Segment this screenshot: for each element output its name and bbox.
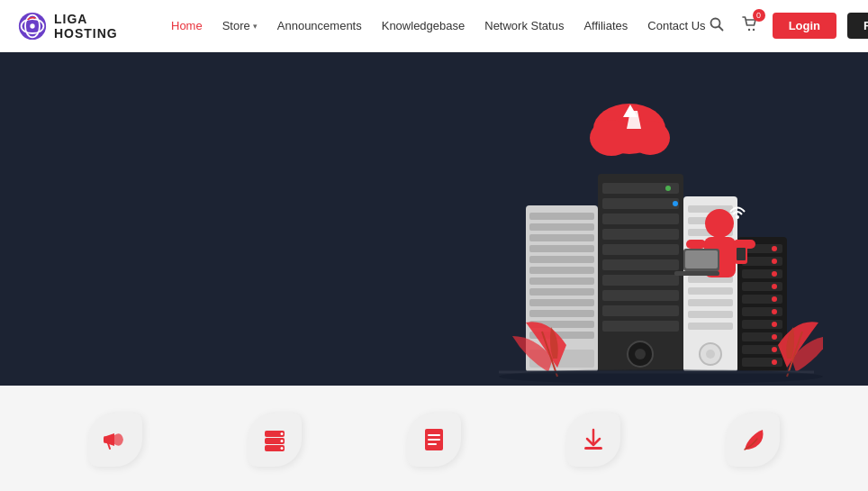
svg-rect-37 (602, 305, 679, 316)
svg-point-40 (673, 201, 678, 206)
svg-rect-17 (529, 234, 594, 241)
nav-knowledgebase[interactable]: Knowledgebase (382, 19, 466, 32)
svg-rect-23 (529, 299, 594, 306)
announcements-icon-wrap (88, 413, 142, 467)
cart-button[interactable]: 0 (738, 13, 762, 40)
download-icon-wrap (566, 413, 620, 467)
cart-badge: 0 (753, 9, 765, 22)
svg-rect-35 (602, 275, 679, 286)
svg-rect-34 (602, 259, 679, 270)
svg-rect-20 (529, 267, 594, 274)
nav-store[interactable]: Store ▾ (222, 19, 258, 32)
servers-icon-wrap (248, 413, 302, 467)
svg-point-69 (772, 309, 777, 314)
svg-rect-22 (529, 288, 594, 296)
svg-rect-31 (602, 214, 679, 224)
card-announcements (36, 413, 195, 467)
svg-rect-52 (688, 299, 733, 306)
svg-point-95 (281, 432, 284, 435)
login-button[interactable]: Login (773, 13, 836, 39)
leaf-icon (739, 426, 766, 453)
svg-point-91 (499, 369, 823, 384)
documents-icon-wrap (407, 413, 461, 467)
card-servers (195, 413, 355, 467)
svg-point-67 (772, 296, 777, 302)
svg-point-3 (30, 23, 34, 28)
svg-rect-33 (602, 244, 679, 255)
svg-point-59 (772, 246, 777, 251)
svg-point-99 (281, 447, 284, 450)
bottom-cards-section (0, 386, 868, 491)
svg-point-7 (752, 28, 754, 30)
card-download (513, 413, 673, 467)
svg-point-6 (747, 28, 749, 30)
register-button[interactable]: Register (847, 13, 868, 39)
svg-point-65 (772, 284, 777, 289)
document-icon (420, 426, 448, 453)
svg-rect-84 (674, 271, 719, 276)
search-button[interactable] (706, 14, 728, 39)
nav-home[interactable]: Home (171, 19, 203, 32)
server-stack-icon (261, 426, 288, 453)
svg-point-61 (772, 259, 777, 264)
svg-point-73 (772, 334, 777, 340)
svg-rect-19 (529, 256, 594, 263)
svg-rect-30 (602, 198, 679, 209)
hero-illustration (409, 79, 823, 386)
svg-rect-86 (737, 248, 746, 260)
hero-section (0, 52, 868, 386)
svg-rect-15 (529, 213, 594, 220)
svg-rect-36 (602, 290, 679, 301)
nav-announcements[interactable]: Announcements (277, 19, 362, 32)
navbar: Liga Hosting Home Store ▾ Announcements … (0, 0, 868, 52)
svg-point-97 (281, 440, 284, 442)
svg-rect-21 (529, 277, 594, 285)
svg-point-75 (772, 347, 777, 352)
download-icon (580, 426, 607, 453)
nav-contact-us[interactable]: Contact Us (647, 19, 705, 32)
svg-point-77 (772, 359, 777, 365)
nav-actions: 0 Login Register (706, 13, 868, 40)
nav-network-status[interactable]: Network Status (484, 19, 564, 32)
nav-affiliates[interactable]: Affiliates (583, 19, 628, 32)
svg-point-71 (772, 322, 777, 327)
svg-point-78 (705, 209, 734, 238)
svg-point-87 (736, 215, 739, 219)
svg-rect-38 (602, 321, 679, 332)
svg-rect-24 (529, 310, 594, 317)
svg-point-63 (772, 271, 777, 277)
leaf-icon-wrap (726, 413, 780, 467)
svg-rect-53 (688, 311, 733, 318)
svg-rect-54 (688, 323, 733, 330)
svg-rect-51 (688, 287, 733, 295)
svg-rect-83 (685, 250, 718, 268)
svg-point-56 (706, 350, 715, 359)
logo-area: Liga Hosting (18, 10, 144, 42)
search-icon (710, 17, 724, 32)
card-documents (355, 413, 514, 467)
logo-icon (18, 10, 47, 42)
svg-rect-11 (622, 129, 638, 150)
svg-rect-32 (602, 229, 679, 240)
card-leaf (673, 413, 832, 467)
svg-point-39 (665, 186, 671, 191)
nav-links: Home Store ▾ Announcements Knowledgebase… (171, 19, 706, 32)
chevron-down-icon: ▾ (253, 22, 258, 31)
brand-name: Liga Hosting (54, 12, 144, 41)
svg-rect-104 (584, 447, 602, 450)
svg-rect-16 (529, 223, 594, 231)
megaphone-icon (102, 426, 129, 453)
server-scene-svg (409, 79, 823, 386)
svg-rect-18 (529, 245, 594, 252)
svg-point-42 (635, 349, 646, 359)
svg-rect-80 (686, 240, 706, 249)
svg-rect-92 (104, 436, 107, 443)
svg-line-5 (719, 26, 722, 30)
